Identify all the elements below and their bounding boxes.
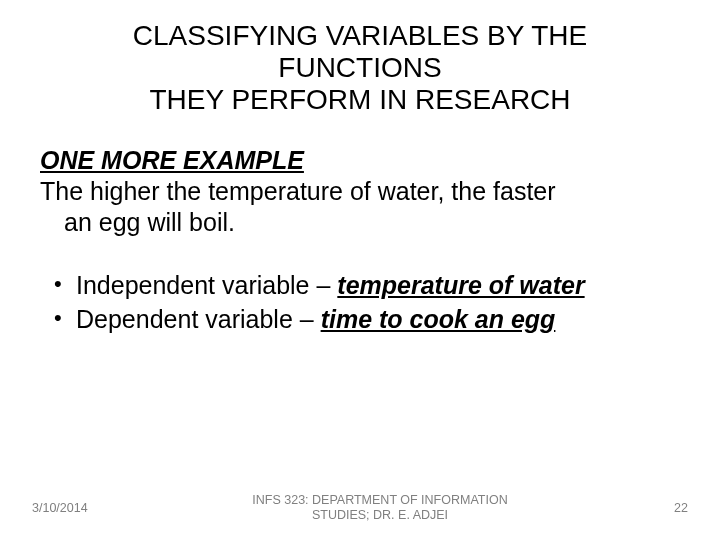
- example-line-1: The higher the temperature of water, the…: [40, 177, 556, 205]
- footer-course-line-1: INFS 323: DEPARTMENT OF INFORMATION: [252, 493, 507, 507]
- footer-date: 3/10/2014: [32, 501, 112, 515]
- footer-course: INFS 323: DEPARTMENT OF INFORMATION STUD…: [112, 493, 648, 524]
- list-item: Independent variable – temperature of wa…: [48, 270, 680, 301]
- bullet-emphasis: time to cook an egg: [321, 305, 556, 333]
- title-line-1: CLASSIFYING VARIABLES BY THE FUNCTIONS: [133, 20, 587, 83]
- title-line-2: THEY PERFORM IN RESEARCH: [149, 84, 570, 115]
- example-text: The higher the temperature of water, the…: [40, 176, 680, 239]
- slide-body: CLASSIFYING VARIABLES BY THE FUNCTIONS T…: [0, 0, 720, 335]
- example-heading: ONE MORE EXAMPLE: [40, 145, 680, 176]
- slide-content: ONE MORE EXAMPLE The higher the temperat…: [40, 145, 680, 335]
- footer-course-line-2: STUDIES; DR. E. ADJEI: [312, 508, 448, 522]
- slide-title: CLASSIFYING VARIABLES BY THE FUNCTIONS T…: [40, 20, 680, 117]
- bullet-list: Independent variable – temperature of wa…: [40, 270, 680, 335]
- footer-page-number: 22: [648, 501, 688, 515]
- list-item: Dependent variable – time to cook an egg: [48, 304, 680, 335]
- example-line-2: an egg will boil.: [40, 207, 680, 238]
- bullet-emphasis: temperature of water: [337, 271, 584, 299]
- slide-footer: 3/10/2014 INFS 323: DEPARTMENT OF INFORM…: [0, 493, 720, 524]
- bullet-label: Dependent variable –: [76, 305, 321, 333]
- bullet-label: Independent variable –: [76, 271, 337, 299]
